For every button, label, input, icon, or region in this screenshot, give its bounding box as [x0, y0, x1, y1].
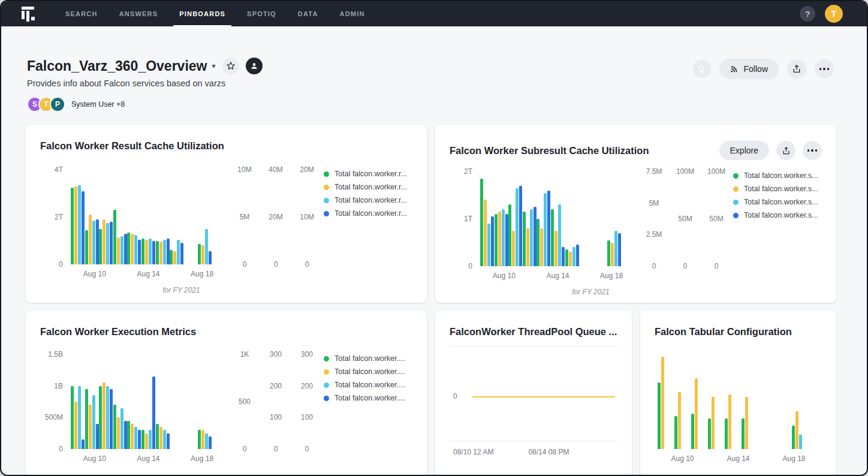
bar[interactable] — [611, 243, 614, 267]
bar[interactable] — [163, 240, 166, 264]
bar[interactable] — [141, 430, 144, 449]
bar[interactable] — [167, 433, 170, 449]
card-more-options-button[interactable] — [803, 141, 822, 160]
card-share-button[interactable] — [776, 141, 795, 160]
bar[interactable] — [149, 239, 152, 264]
share-button[interactable] — [787, 59, 806, 79]
bar[interactable] — [85, 389, 88, 449]
legend-item[interactable]: Total falcon.worker.r... — [324, 209, 412, 218]
bar[interactable] — [131, 234, 134, 264]
bar[interactable] — [695, 378, 698, 450]
bar[interactable] — [728, 394, 731, 449]
author-permission-button[interactable] — [246, 58, 263, 74]
bar[interactable] — [163, 430, 166, 449]
bar[interactable] — [742, 418, 745, 449]
bar[interactable] — [173, 251, 176, 264]
bar[interactable] — [145, 240, 148, 264]
legend-item[interactable]: Total falcon.worker.s... — [733, 198, 822, 206]
bar[interactable] — [558, 204, 561, 266]
bar[interactable] — [708, 418, 711, 449]
bar[interactable] — [540, 228, 543, 266]
bar[interactable] — [691, 414, 694, 449]
nav-admin[interactable]: ADMIN — [329, 1, 376, 26]
bar[interactable] — [502, 209, 505, 266]
bar[interactable] — [85, 230, 88, 264]
bar[interactable] — [512, 231, 515, 266]
bar[interactable] — [505, 214, 508, 266]
bar[interactable] — [138, 430, 141, 449]
bar[interactable] — [89, 405, 92, 449]
bar[interactable] — [205, 433, 208, 449]
legend-item[interactable]: Total falcon.worker.r... — [324, 170, 412, 178]
bar[interactable] — [78, 386, 81, 449]
bar[interactable] — [74, 186, 77, 264]
legend-item[interactable]: Total falcon.worker.... — [324, 394, 412, 402]
bar[interactable] — [127, 421, 130, 449]
bar[interactable] — [526, 228, 529, 266]
bar[interactable] — [572, 247, 575, 266]
bar[interactable] — [487, 224, 490, 266]
help-button[interactable]: ? — [800, 6, 815, 22]
thoughtspot-logo[interactable] — [22, 1, 38, 26]
bar[interactable] — [614, 231, 617, 266]
bar[interactable] — [547, 191, 550, 266]
bar[interactable] — [99, 386, 102, 449]
legend-item[interactable]: Total falcon.worker.... — [324, 367, 412, 376]
bar[interactable] — [516, 188, 519, 266]
bar[interactable] — [530, 209, 533, 266]
legend-item[interactable]: Total falcon.worker.s... — [733, 211, 822, 219]
bar[interactable] — [71, 386, 74, 449]
bar[interactable] — [792, 426, 795, 450]
bar[interactable] — [661, 357, 664, 449]
bar[interactable] — [495, 214, 498, 266]
bar[interactable] — [569, 252, 572, 266]
bar[interactable] — [484, 200, 487, 266]
more-options-button[interactable] — [815, 59, 834, 79]
bar[interactable] — [110, 222, 113, 264]
bar[interactable] — [159, 427, 162, 449]
bar[interactable] — [156, 424, 159, 449]
bar[interactable] — [508, 204, 511, 266]
bar[interactable] — [92, 221, 95, 264]
bar[interactable] — [120, 236, 123, 264]
bar[interactable] — [180, 243, 183, 264]
bar[interactable] — [149, 430, 152, 449]
bar[interactable] — [110, 389, 113, 449]
nav-data[interactable]: DATA — [287, 1, 329, 26]
bar[interactable] — [82, 191, 85, 264]
bar[interactable] — [167, 239, 170, 264]
legend-item[interactable]: Total falcon.worker.r... — [324, 183, 412, 191]
bar[interactable] — [120, 408, 123, 449]
bar[interactable] — [745, 397, 748, 449]
bar[interactable] — [78, 185, 81, 264]
legend-item[interactable]: Total falcon.worker.... — [324, 354, 412, 363]
nav-spotiq[interactable]: SPOTIQ — [236, 1, 287, 26]
bar[interactable] — [103, 382, 106, 449]
bar[interactable] — [96, 219, 99, 264]
bar[interactable] — [134, 235, 137, 264]
bar[interactable] — [712, 397, 715, 449]
bar[interactable] — [607, 240, 610, 266]
bar[interactable] — [544, 193, 547, 266]
bar[interactable] — [209, 251, 212, 264]
bar[interactable] — [799, 435, 802, 449]
bar[interactable] — [159, 242, 162, 264]
bar[interactable] — [106, 223, 109, 264]
nav-pinboards[interactable]: PINBOARDS — [168, 1, 236, 26]
bar[interactable] — [82, 439, 85, 449]
bar[interactable] — [131, 424, 134, 449]
bar[interactable] — [124, 421, 127, 449]
bar[interactable] — [152, 241, 155, 265]
bar[interactable] — [71, 188, 74, 264]
bar[interactable] — [519, 186, 522, 266]
bar[interactable] — [170, 250, 173, 264]
bar[interactable] — [134, 427, 137, 449]
bar[interactable] — [145, 433, 148, 449]
bar[interactable] — [103, 219, 106, 264]
bar[interactable] — [678, 392, 681, 449]
bar[interactable] — [117, 417, 120, 449]
nav-answers[interactable]: ANSWERS — [108, 1, 169, 26]
bar[interactable] — [99, 229, 102, 264]
bar[interactable] — [725, 418, 728, 449]
bar[interactable] — [554, 231, 557, 266]
